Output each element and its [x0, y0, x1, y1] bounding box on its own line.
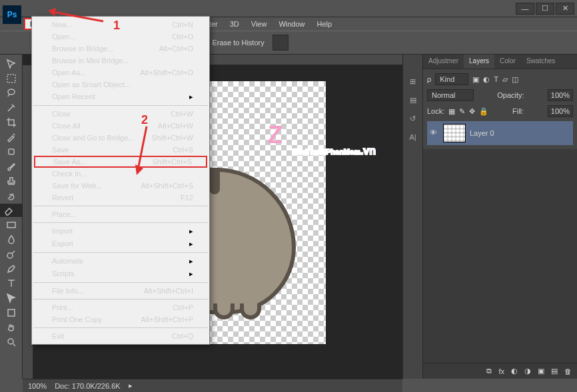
- menu-item-open-recent[interactable]: Open Recent: [32, 91, 209, 103]
- group-icon[interactable]: ▣: [538, 367, 544, 375]
- adjustment-layer-icon[interactable]: ◑: [524, 367, 531, 375]
- kind-select[interactable]: Kind: [435, 73, 468, 85]
- menu-item-browse-in-bridge[interactable]: Browse in Bridge...Alt+Ctrl+O: [32, 43, 209, 55]
- tab-layers[interactable]: Layers: [464, 55, 494, 69]
- svg-point-4: [7, 253, 13, 258]
- brush-tool[interactable]: [3, 160, 19, 173]
- menu-window[interactable]: Window: [273, 18, 310, 30]
- menu-separator: [33, 206, 208, 206]
- lock-pixels-icon[interactable]: ✎: [459, 107, 465, 116]
- history-brush-tool[interactable]: [3, 189, 19, 202]
- marquee-tool[interactable]: [3, 72, 19, 85]
- menu-3d[interactable]: 3D: [224, 18, 245, 30]
- file-menu-dropdown: New...Ctrl+NOpen...Ctrl+OBrowse in Bridg…: [31, 16, 210, 345]
- tab-color[interactable]: Color: [494, 55, 521, 69]
- tab-adjustments[interactable]: Adjustmer: [423, 55, 464, 69]
- maximize-button[interactable]: ☐: [536, 3, 554, 15]
- watermark: ThuThuatPhanMem.vn: [292, 141, 376, 158]
- opacity-value[interactable]: 100%: [548, 89, 573, 101]
- eyedropper-tool[interactable]: [3, 130, 19, 144]
- svg-rect-5: [8, 309, 15, 316]
- menu-item-automate[interactable]: Automate: [32, 255, 209, 268]
- menu-item-close-all[interactable]: Close AllAlt+Ctrl+W: [32, 120, 209, 132]
- filter-smart-icon[interactable]: ◫: [512, 75, 518, 84]
- panel-dock: ⊞ ▤ ↺ A|: [402, 55, 422, 379]
- lock-all-icon[interactable]: 🔒: [479, 107, 488, 116]
- status-bar: 100% Doc: 170.0K/226.6K ▸: [23, 379, 402, 392]
- minimize-button[interactable]: —: [516, 3, 534, 15]
- delete-layer-icon[interactable]: 🗑: [564, 367, 572, 375]
- svg-rect-3: [7, 222, 15, 228]
- histogram-icon[interactable]: ▤: [406, 93, 420, 106]
- lock-transparent-icon[interactable]: ▦: [448, 107, 455, 116]
- menu-item-scripts[interactable]: Scripts: [32, 268, 209, 280]
- dodge-tool[interactable]: [3, 248, 19, 261]
- doc-size: Doc: 170.0K/226.6K: [55, 382, 120, 390]
- healing-tool[interactable]: [3, 145, 19, 158]
- tablet-pressure-icon[interactable]: [273, 35, 288, 51]
- filter-adjust-icon[interactable]: ◐: [483, 75, 490, 84]
- layers-panel: ρ Kind ▣ ◐ T ▱ ◫ Normal Opacity: 100% Lo…: [423, 69, 577, 149]
- stamp-tool[interactable]: [3, 174, 19, 188]
- hand-tool[interactable]: [3, 321, 19, 334]
- menu-item-save[interactable]: SaveCtrl+S: [32, 144, 209, 156]
- fill-value[interactable]: 100%: [548, 105, 573, 117]
- wand-tool[interactable]: [3, 101, 19, 114]
- blur-tool[interactable]: [3, 233, 19, 246]
- status-chevron-icon[interactable]: ▸: [129, 381, 133, 390]
- panels: Adjustmer Layers Color Swatches ρ Kind ▣…: [422, 55, 577, 379]
- crop-tool[interactable]: [3, 116, 19, 129]
- opacity-label: Opacity:: [497, 91, 524, 99]
- lasso-tool[interactable]: [3, 87, 19, 100]
- menu-item-import[interactable]: Import: [32, 225, 209, 238]
- menu-item-exit[interactable]: ExitCtrl+Q: [32, 330, 209, 342]
- close-button[interactable]: ✕: [556, 3, 574, 15]
- layer-thumbnail[interactable]: [443, 124, 466, 142]
- menu-item-open[interactable]: Open...Ctrl+O: [32, 31, 209, 43]
- menu-item-place[interactable]: Place...: [32, 208, 209, 220]
- tab-swatches[interactable]: Swatches: [521, 55, 560, 69]
- history-icon[interactable]: ↺: [406, 112, 420, 125]
- menu-view[interactable]: View: [245, 18, 273, 30]
- filter-image-icon[interactable]: ▣: [472, 75, 479, 84]
- toolbox: [0, 55, 23, 379]
- gradient-tool[interactable]: [3, 218, 19, 232]
- path-tool[interactable]: [3, 292, 19, 305]
- menu-item-open-as[interactable]: Open As...Alt+Shift+Ctrl+O: [32, 67, 209, 79]
- app-logo: Ps: [3, 5, 21, 24]
- navigator-icon[interactable]: ⊞: [406, 75, 420, 88]
- layer-name[interactable]: Layer 0: [470, 129, 494, 137]
- menu-item-check-in: Check In...: [32, 168, 209, 180]
- blend-mode-select[interactable]: Normal: [427, 89, 474, 101]
- menu-item-export[interactable]: Export: [32, 238, 209, 250]
- menu-item-print[interactable]: Print...Ctrl+P: [32, 301, 209, 313]
- menu-help[interactable]: Help: [311, 18, 338, 30]
- svg-rect-0: [7, 75, 15, 83]
- link-layers-icon[interactable]: ⧉: [486, 367, 492, 375]
- menu-item-save-for-web[interactable]: Save for Web...Alt+Shift+Ctrl+S: [32, 180, 209, 192]
- svg-marker-7: [48, 8, 56, 16]
- menu-item-open-as-smart-object[interactable]: Open as Smart Object...: [32, 79, 209, 91]
- menu-item-print-one-copy[interactable]: Print One CopyAlt+Shift+Ctrl+P: [32, 313, 209, 325]
- menu-item-file-info[interactable]: File Info...Alt+Shift+Ctrl+I: [32, 285, 209, 297]
- menu-item-close-and-go-to-bridge[interactable]: Close and Go to Bridge...Shift+Ctrl+W: [32, 132, 209, 144]
- shape-tool[interactable]: [3, 306, 19, 319]
- zoom-tool[interactable]: [3, 335, 19, 349]
- filter-shape-icon[interactable]: ▱: [502, 75, 508, 84]
- lock-position-icon[interactable]: ✥: [469, 107, 475, 116]
- menu-item-save-as[interactable]: Save As...Shift+Ctrl+S: [34, 156, 207, 168]
- visibility-icon[interactable]: 👁: [430, 128, 439, 138]
- zoom-level[interactable]: 100%: [28, 382, 47, 390]
- type-tool[interactable]: [3, 277, 19, 290]
- mask-icon[interactable]: ◐: [511, 367, 518, 375]
- filter-type-icon[interactable]: T: [494, 75, 498, 83]
- layer-row[interactable]: 👁 Layer 0: [427, 121, 573, 145]
- menu-item-revert[interactable]: RevertF12: [32, 192, 209, 204]
- fx-icon[interactable]: fx: [498, 367, 504, 375]
- menu-item-close[interactable]: CloseCtrl+W: [32, 108, 209, 120]
- new-layer-icon[interactable]: ▤: [551, 367, 558, 375]
- lock-label: Lock:: [427, 107, 444, 115]
- pen-tool[interactable]: [3, 262, 19, 276]
- move-tool[interactable]: [3, 57, 19, 71]
- character-icon[interactable]: A|: [406, 130, 420, 144]
